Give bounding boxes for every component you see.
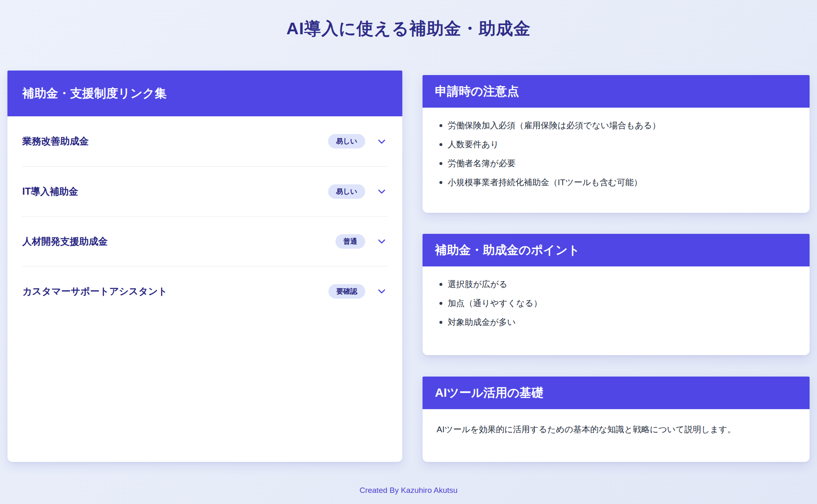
accordion-item-title: 業務改善助成金: [22, 135, 328, 148]
footer-credit: Created By Kazuhiro Akutsu: [0, 486, 817, 495]
ai-basics-description: AIツールを効果的に活用するための基本的な知識と戦略について説明します。: [437, 421, 796, 436]
chevron-down-icon[interactable]: [376, 285, 387, 297]
application-notes-title: 申請時の注意点: [435, 83, 519, 100]
accordion-item-title: 人材開発支援助成金: [22, 235, 335, 248]
subsidy-points-header: 補助金・助成金のポイント: [423, 234, 810, 266]
subsidy-points-body: 選択肢が広がる 加点（通りやすくなる） 対象助成金が多い: [423, 266, 810, 328]
chevron-down-icon[interactable]: [376, 186, 387, 197]
subsidy-points-title: 補助金・助成金のポイント: [435, 242, 580, 259]
accordion-item-jinzai-kaihatsu[interactable]: 人材開発支援助成金 普通: [22, 216, 387, 266]
subsidy-points-card: 補助金・助成金のポイント 選択肢が広がる 加点（通りやすくなる） 対象助成金が多…: [423, 234, 810, 355]
chevron-down-icon[interactable]: [376, 136, 387, 147]
note-item: 小規模事業者持続化補助金（ITツールも含む可能）: [437, 176, 796, 188]
point-item: 選択肢が広がる: [437, 278, 796, 290]
note-item: 労働者名簿が必要: [437, 157, 796, 170]
accordion-item-it-dounyuu[interactable]: IT導入補助金 易しい: [22, 166, 387, 216]
difficulty-badge: 易しい: [328, 134, 365, 148]
point-item: 加点（通りやすくなる）: [437, 297, 796, 309]
right-column: 申請時の注意点 労働保険加入必須（雇用保険は必須でない場合もある） 人数要件あり…: [423, 75, 810, 462]
ai-basics-card: AIツール活用の基礎 AIツールを効果的に活用するための基本的な知識と戦略につい…: [423, 377, 810, 462]
application-notes-list: 労働保険加入必須（雇用保険は必須でない場合もある） 人数要件あり 労働者名簿が必…: [437, 119, 796, 188]
accordion-item-title: IT導入補助金: [22, 185, 328, 198]
application-notes-card: 申請時の注意点 労働保険加入必須（雇用保険は必須でない場合もある） 人数要件あり…: [423, 75, 810, 213]
note-item: 労働保険加入必須（雇用保険は必須でない場合もある）: [437, 119, 796, 132]
link-collection-card: 補助金・支援制度リンク集 業務改善助成金 易しい IT導入補助金 易しい 人材開…: [7, 71, 402, 462]
difficulty-badge: 易しい: [328, 184, 365, 199]
accordion-item-title: カスタマーサポートアシスタント: [22, 285, 328, 298]
link-collection-header: 補助金・支援制度リンク集: [7, 71, 402, 116]
chevron-down-icon[interactable]: [376, 236, 387, 247]
point-item: 対象助成金が多い: [437, 316, 796, 328]
link-collection-title: 補助金・支援制度リンク集: [22, 85, 167, 102]
page-title: AI導入に使える補助金・助成金: [0, 0, 817, 40]
difficulty-badge: 普通: [335, 234, 365, 249]
difficulty-badge: 要確認: [328, 284, 365, 299]
ai-basics-body: AIツールを効果的に活用するための基本的な知識と戦略について説明します。: [423, 409, 810, 436]
main-layout: 補助金・支援制度リンク集 業務改善助成金 易しい IT導入補助金 易しい 人材開…: [0, 71, 817, 462]
note-item: 人数要件あり: [437, 138, 796, 151]
subsidy-points-list: 選択肢が広がる 加点（通りやすくなる） 対象助成金が多い: [437, 278, 796, 328]
ai-basics-header: AIツール活用の基礎: [423, 377, 810, 409]
accordion-item-gyoumu-kaizen[interactable]: 業務改善助成金 易しい: [22, 116, 387, 166]
application-notes-header: 申請時の注意点: [423, 75, 810, 108]
ai-basics-title: AIツール活用の基礎: [435, 385, 543, 401]
application-notes-body: 労働保険加入必須（雇用保険は必須でない場合もある） 人数要件あり 労働者名簿が必…: [423, 108, 810, 188]
accordion-item-customer-support[interactable]: カスタマーサポートアシスタント 要確認: [22, 266, 387, 316]
accordion-list: 業務改善助成金 易しい IT導入補助金 易しい 人材開発支援助成金 普通: [7, 116, 402, 316]
